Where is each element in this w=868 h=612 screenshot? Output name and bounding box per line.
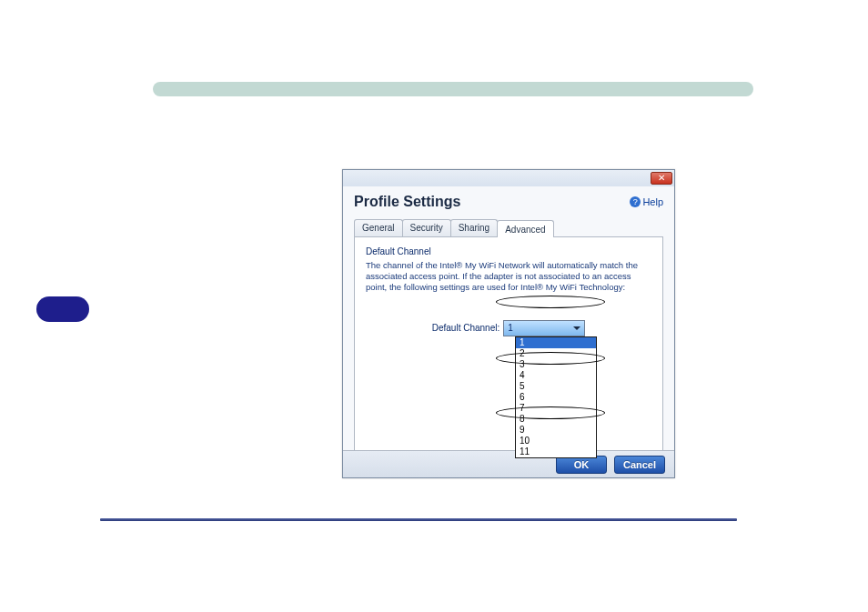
chevron-down-icon — [573, 326, 580, 330]
default-channel-row: Default Channel: 1 1 2 3 4 5 6 7 8 9 10 … — [366, 320, 651, 336]
tab-security[interactable]: Security — [402, 219, 451, 236]
close-button[interactable]: ✕ — [651, 172, 672, 185]
default-channel-dropdown: 1 2 3 4 5 6 7 8 9 10 11 — [515, 336, 597, 458]
option-2[interactable]: 2 — [516, 348, 596, 359]
advanced-panel: Default Channel The channel of the Intel… — [354, 237, 663, 451]
option-11[interactable]: 11 — [516, 446, 596, 457]
dialog-header-row: Profile Settings ? Help — [354, 194, 663, 210]
help-link[interactable]: ? Help — [630, 196, 663, 207]
close-icon: ✕ — [658, 174, 665, 183]
help-label: Help — [642, 196, 663, 207]
option-8[interactable]: 8 — [516, 414, 596, 425]
profile-settings-dialog: ✕ Profile Settings ? Help General Securi… — [342, 169, 675, 478]
dialog-title: Profile Settings — [354, 194, 460, 210]
option-3[interactable]: 3 — [516, 359, 596, 370]
default-channel-label: Default Channel: — [432, 323, 500, 333]
page-footer-rule — [100, 518, 737, 521]
decorative-bar — [153, 82, 753, 96]
dialog-titlebar: ✕ — [343, 170, 674, 186]
select-value: 1 — [508, 323, 513, 333]
panel-description: The channel of the Intel® My WiFi Networ… — [366, 260, 651, 293]
option-9[interactable]: 9 — [516, 425, 596, 436]
dialog-body: Profile Settings ? Help General Security… — [343, 186, 674, 451]
tab-strip: General Security Sharing Advanced — [354, 219, 663, 237]
cancel-button[interactable]: Cancel — [614, 456, 665, 474]
option-5[interactable]: 5 — [516, 381, 596, 392]
option-4[interactable]: 4 — [516, 370, 596, 381]
tab-general[interactable]: General — [354, 219, 403, 236]
help-icon: ? — [630, 196, 641, 207]
option-1[interactable]: 1 — [516, 337, 596, 348]
note-badge — [36, 296, 89, 322]
dialog-footer: OK Cancel — [343, 450, 674, 477]
tab-advanced[interactable]: Advanced — [497, 220, 553, 237]
option-6[interactable]: 6 — [516, 392, 596, 403]
default-channel-select[interactable]: 1 — [503, 320, 585, 336]
option-10[interactable]: 10 — [516, 436, 596, 446]
panel-heading: Default Channel — [366, 246, 651, 256]
tab-sharing[interactable]: Sharing — [450, 219, 498, 236]
option-7[interactable]: 7 — [516, 403, 596, 414]
